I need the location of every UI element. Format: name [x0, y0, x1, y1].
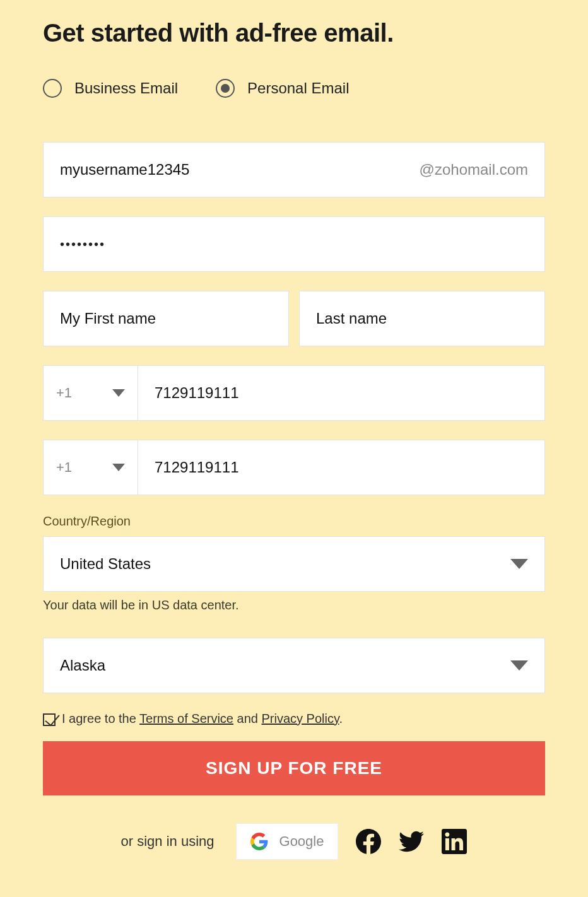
- phone1-country-code[interactable]: +1: [43, 365, 138, 421]
- username-input[interactable]: myusername12345 @zohomail.com: [43, 142, 545, 197]
- state-select[interactable]: Alaska: [43, 638, 545, 693]
- signup-button[interactable]: SIGN UP FOR FREE: [43, 741, 545, 795]
- last-name-value: Last name: [316, 310, 528, 327]
- first-name-value: My First name: [60, 310, 272, 327]
- password-mask: ••••••••: [60, 237, 105, 252]
- radio-personal-email[interactable]: Personal Email: [216, 79, 349, 98]
- google-signin-button[interactable]: Google: [236, 823, 339, 860]
- terms-of-service-link[interactable]: Terms of Service: [139, 712, 233, 725]
- radio-label: Personal Email: [247, 79, 349, 97]
- last-name-input[interactable]: Last name: [299, 291, 545, 346]
- country-hint: Your data will be in US data center.: [43, 598, 545, 613]
- facebook-icon[interactable]: [356, 829, 381, 854]
- phone1-input[interactable]: 7129119111: [138, 365, 545, 421]
- caret-down-icon: [510, 660, 528, 671]
- phone2-input[interactable]: 7129119111: [138, 440, 545, 495]
- social-signin-row: or sign in using Google: [43, 823, 545, 860]
- email-type-radios: Business Email Personal Email: [43, 79, 545, 98]
- phone1-value: 7129119111: [155, 384, 238, 402]
- google-label: Google: [279, 833, 324, 850]
- agree-text-prefix: I agree to the: [62, 712, 139, 725]
- phone2-country-code[interactable]: +1: [43, 440, 138, 495]
- country-label: Country/Region: [43, 514, 545, 529]
- country-value: United States: [60, 555, 151, 573]
- radio-icon: [216, 79, 235, 98]
- phone2-prefix-value: +1: [56, 459, 72, 476]
- radio-business-email[interactable]: Business Email: [43, 79, 178, 98]
- linkedin-icon[interactable]: [442, 829, 467, 854]
- phone1-prefix-value: +1: [56, 385, 72, 401]
- phone2-value: 7129119111: [155, 459, 238, 476]
- social-lead-text: or sign in using: [121, 833, 215, 850]
- twitter-icon[interactable]: [399, 829, 424, 854]
- domain-suffix: @zohomail.com: [420, 161, 528, 179]
- radio-label: Business Email: [74, 79, 178, 97]
- caret-down-icon: [112, 389, 125, 397]
- username-value: myusername12345: [60, 161, 420, 179]
- first-name-input[interactable]: My First name: [43, 291, 289, 346]
- country-select[interactable]: United States: [43, 536, 545, 592]
- google-icon: [250, 833, 268, 850]
- radio-icon: [43, 79, 62, 98]
- agree-text-suffix: .: [339, 712, 343, 725]
- page-title: Get started with ad-free email.: [43, 19, 545, 47]
- caret-down-icon: [510, 559, 528, 569]
- agree-checkbox[interactable]: [43, 711, 58, 726]
- agree-text-mid: and: [233, 712, 261, 725]
- caret-down-icon: [112, 464, 125, 471]
- password-input[interactable]: ••••••••: [43, 216, 545, 272]
- privacy-policy-link[interactable]: Privacy Policy: [261, 712, 339, 725]
- state-value: Alaska: [60, 657, 105, 674]
